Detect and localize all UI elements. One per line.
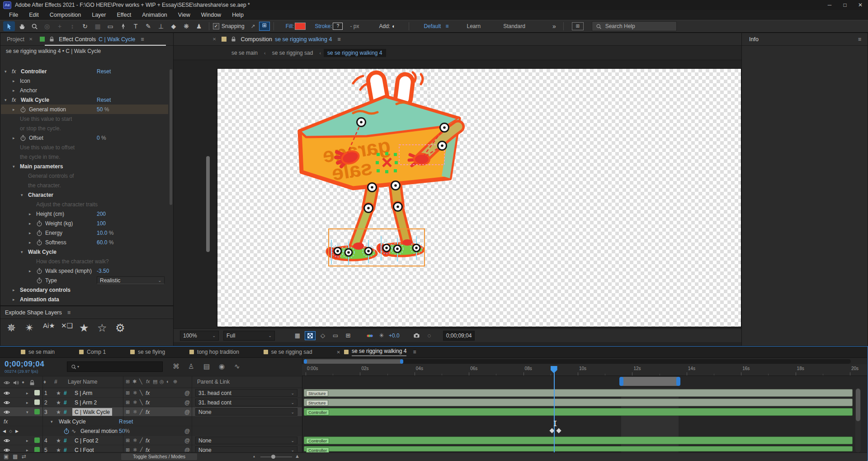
timeline-tab-se-se-rigging-walking-4[interactable]: ✕se se rigging walking 4≡: [337, 348, 416, 356]
channel-icon[interactable]: ●●●: [363, 331, 374, 340]
visibility-eye-icon[interactable]: [4, 436, 11, 445]
exposure-icon[interactable]: ✳: [376, 331, 387, 340]
switch-cube-icon[interactable]: ⊞: [126, 398, 130, 407]
breadcrumb-2[interactable]: se se rigging sad: [269, 49, 317, 57]
playhead-line[interactable]: [554, 372, 555, 452]
layer-name[interactable]: S | Arm: [72, 388, 94, 398]
orbit-camera-tool-icon[interactable]: ◎: [41, 21, 53, 31]
workspace-default[interactable]: Default: [424, 23, 441, 29]
twirl-icon[interactable]: ▸: [29, 221, 31, 226]
effect-row-the-cycle-in-time-[interactable]: the cycle in time.: [1, 152, 168, 162]
stopwatch-icon[interactable]: [36, 220, 42, 227]
effect-value[interactable]: Reset: [97, 68, 111, 75]
track-bar-controller[interactable]: Controller: [304, 408, 853, 416]
timeline-tab-comp-1[interactable]: Comp 1: [79, 349, 106, 355]
twirl-icon[interactable]: ▾: [13, 164, 15, 169]
stroke-swatch[interactable]: ?: [333, 23, 343, 30]
switch-quality-icon[interactable]: ╱: [140, 436, 143, 445]
switch-column-icon[interactable]: ◎: [160, 379, 164, 385]
rig-control-ring[interactable]: [438, 142, 447, 150]
navigator-cap-left[interactable]: [304, 359, 307, 364]
effect-row-walk-speed-kmph-[interactable]: ▸Walk speed (kmph)-3.50: [1, 266, 168, 276]
ai-to-star-icon[interactable]: Ai★: [43, 322, 55, 330]
tab-composition[interactable]: Composition: [241, 36, 272, 43]
effect-row-controller[interactable]: ▾fxControllerReset: [1, 67, 168, 76]
effect-value[interactable]: Reset: [97, 97, 111, 103]
grid-guides-icon[interactable]: ▦: [292, 331, 303, 340]
star-filled-icon[interactable]: ★: [79, 322, 89, 334]
lock-icon[interactable]: [231, 36, 236, 42]
twirl-icon[interactable]: ▾: [5, 98, 7, 102]
effect-row-how-does-the-character-walk-[interactable]: How does the character walk?: [1, 257, 168, 266]
stopwatch-icon[interactable]: [20, 134, 26, 141]
delete-doc-icon[interactable]: ✕❏: [61, 322, 73, 330]
workspace-menu-icon[interactable]: ≡: [445, 23, 448, 29]
effect-row-softness[interactable]: ▸Softness60.0 %: [1, 238, 168, 247]
minimize-button[interactable]: ─: [822, 2, 837, 8]
toggle-switches-modes-button[interactable]: Toggle Switches / Modes: [121, 453, 197, 460]
layer-row-3[interactable]: ▾3★#C | Walk Cycle⊞✱╱fx@None⌄: [0, 407, 302, 417]
switch-effects-icon[interactable]: ✱: [133, 398, 137, 407]
brush-tool-icon[interactable]: ✎: [142, 21, 154, 31]
switch-fx-icon[interactable]: fx: [146, 445, 150, 452]
mask-visibility-icon[interactable]: ◇: [317, 331, 328, 340]
switch-column-icon[interactable]: ╲: [139, 379, 142, 385]
twirl-icon[interactable]: ▸: [29, 240, 31, 245]
inout-icon[interactable]: ⇄: [22, 453, 26, 460]
exposure-value[interactable]: +0.0: [389, 333, 400, 339]
composition-viewport[interactable]: garage sale: [217, 68, 741, 327]
zoom-tool-icon[interactable]: [28, 21, 40, 31]
effect-row-anchor[interactable]: ▸Anchor: [1, 86, 168, 95]
rectangle-tool-icon[interactable]: ▭: [104, 21, 116, 31]
effect-value[interactable]: 60.0 %: [97, 239, 113, 246]
eraser-tool-icon[interactable]: ◆: [168, 21, 179, 31]
twirl-icon[interactable]: ▸: [29, 212, 31, 216]
layer-row-2[interactable]: ▸2★#S | Arm 2⊞✱╲fx@31. head cont⌄: [0, 398, 302, 407]
blend-icon[interactable]: ▣: [4, 453, 9, 460]
effect-value[interactable]: 10.0 %: [97, 230, 113, 236]
switch-fx-icon[interactable]: fx: [146, 398, 150, 407]
type-tool-icon[interactable]: T: [130, 21, 142, 31]
parent-link-dropdown[interactable]: None⌄: [195, 446, 297, 452]
parent-pickwhip-icon[interactable]: @: [184, 426, 190, 436]
layer-name[interactable]: C | Foot 2: [72, 436, 100, 445]
effect-row-animation-data[interactable]: ▸Animation data: [1, 295, 168, 304]
frame-blending-icon[interactable]: ▤: [203, 362, 210, 371]
switch-column-icon[interactable]: ✱: [132, 379, 137, 385]
visibility-eye-icon[interactable]: [4, 398, 11, 407]
parent-pickwhip-icon[interactable]: @: [184, 398, 190, 407]
breadcrumb-3[interactable]: se se rigging walking 4: [324, 49, 386, 57]
menu-animation[interactable]: Animation: [137, 11, 173, 19]
effect-row-walk-cycle[interactable]: ▾Walk Cycle: [1, 247, 168, 257]
time-ruler[interactable]: 0:00s02s04s06s08s10s12s14s16s18s20s: [302, 364, 867, 376]
audio-column-icon[interactable]: [13, 379, 19, 386]
visibility-eye-icon[interactable]: [4, 407, 11, 417]
effect-row-use-this-value-to-start[interactable]: Use this value to start: [1, 114, 168, 124]
panel-menu-icon[interactable]: ≡: [858, 36, 861, 43]
close-icon[interactable]: ✕: [212, 37, 216, 42]
navigator-cap-right[interactable]: [400, 359, 403, 364]
screenshot-region-icon[interactable]: ⊞: [343, 331, 354, 340]
show-snapshot-icon[interactable]: ◌: [424, 331, 435, 340]
stopwatch-icon[interactable]: [36, 267, 42, 274]
twirl-icon[interactable]: ▸: [26, 445, 28, 452]
zoom-out-mountain-icon[interactable]: ▴: [253, 454, 255, 458]
rig-control-ring[interactable]: [392, 181, 400, 190]
layer-name[interactable]: C | Foot: [72, 445, 96, 452]
solo-column-icon[interactable]: ●: [22, 380, 24, 385]
effect-value[interactable]: 0 %: [97, 135, 106, 141]
menu-window[interactable]: Window: [196, 11, 226, 19]
visibility-eye-icon[interactable]: [4, 445, 11, 452]
switch-quality-icon[interactable]: ╱: [140, 407, 143, 417]
zoom-slider-handle[interactable]: [271, 455, 275, 459]
effect-controls-scrollbar[interactable]: [170, 69, 172, 205]
comp-timecode[interactable]: 0;00;09;04: [443, 331, 475, 341]
proportional-grid-icon[interactable]: ⊞: [259, 22, 270, 31]
roto-brush-tool-icon[interactable]: ❋: [180, 21, 192, 31]
switch-effects-icon[interactable]: ✱: [133, 388, 137, 398]
effect-row-icon[interactable]: ▸Icon: [1, 76, 168, 86]
dolly-camera-tool-icon[interactable]: ↕: [66, 21, 78, 31]
track-bar-controller[interactable]: Controller: [304, 437, 853, 444]
switch-effects-icon[interactable]: ✱: [133, 407, 137, 417]
twirl-icon[interactable]: ▸: [13, 79, 15, 83]
